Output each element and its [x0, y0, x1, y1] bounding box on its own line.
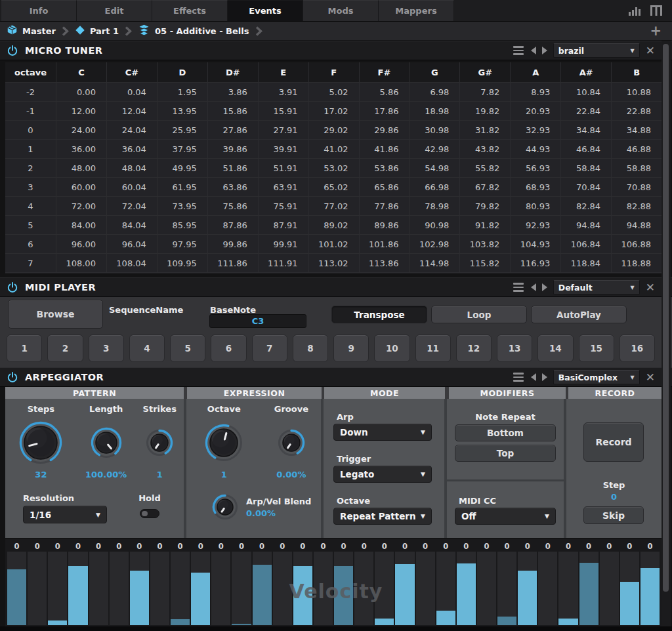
tab-events[interactable]: Events — [228, 0, 303, 21]
tuning-cell[interactable]: 22.84 — [561, 102, 612, 120]
tuning-cell[interactable]: 75.86 — [208, 197, 259, 215]
tuning-cell[interactable]: 44.93 — [511, 140, 561, 158]
scrollbar-track[interactable] — [662, 41, 671, 626]
hold-toggle[interactable] — [140, 509, 159, 518]
tuning-cell[interactable]: 1 — [5, 140, 56, 158]
tuning-cell[interactable]: 41.02 — [309, 140, 360, 158]
tuning-cell[interactable]: 61.95 — [158, 178, 208, 196]
tuning-cell[interactable]: 39.86 — [208, 140, 259, 158]
tuning-cell[interactable]: 99.91 — [259, 235, 309, 253]
resolution-dropdown[interactable]: 1/16 ▼ — [23, 506, 107, 523]
piano-icon[interactable] — [650, 5, 663, 16]
tuning-cell[interactable]: 34.88 — [612, 121, 662, 139]
velocity-slot[interactable] — [354, 552, 373, 625]
tuning-cell[interactable]: 36.04 — [107, 140, 158, 158]
tuning-cell[interactable]: 25.95 — [158, 121, 208, 139]
next-preset-button[interactable] — [542, 47, 547, 54]
velocity-slot[interactable] — [477, 552, 496, 625]
tuning-cell[interactable]: 55.82 — [460, 159, 511, 177]
velocity-bar[interactable] — [620, 582, 639, 625]
tuning-cell[interactable]: 6.98 — [410, 83, 460, 101]
midi-cc-dropdown[interactable]: Off ▼ — [455, 508, 556, 525]
tuning-cell[interactable]: 96.00 — [56, 235, 107, 253]
tuning-cell[interactable]: 97.95 — [158, 235, 208, 253]
velocity-bar[interactable] — [436, 611, 455, 625]
autoplay-button[interactable]: AutoPlay — [531, 306, 627, 323]
tuning-cell[interactable]: 7 — [5, 254, 56, 272]
tuning-cell[interactable]: 3 — [5, 178, 56, 196]
tuning-cell[interactable]: 24.00 — [56, 121, 107, 139]
tuning-cell[interactable]: -1 — [5, 102, 56, 120]
tuning-cell[interactable]: 6 — [5, 235, 56, 253]
velocity-bar[interactable] — [232, 624, 251, 625]
length-knob[interactable] — [91, 416, 122, 470]
tuning-cell[interactable]: 66.98 — [410, 178, 460, 196]
tuning-cell[interactable]: 89.86 — [360, 216, 410, 234]
velocity-slot[interactable] — [110, 552, 129, 625]
tuning-cell[interactable]: 36.00 — [56, 140, 107, 158]
velocity-bar[interactable] — [640, 568, 660, 625]
velocity-bar[interactable] — [130, 571, 149, 625]
velocity-slot[interactable] — [191, 552, 210, 625]
base-note-field[interactable]: C3 — [209, 314, 306, 328]
bottom-button[interactable]: Bottom — [455, 424, 556, 441]
tuning-cell[interactable]: 5.86 — [360, 83, 410, 101]
tuning-cell[interactable]: 10.88 — [612, 83, 662, 101]
tuning-cell[interactable]: 58.84 — [561, 159, 612, 177]
tuning-cell[interactable]: 65.86 — [360, 178, 410, 196]
tuning-cell[interactable]: 108.04 — [107, 254, 158, 272]
tuning-cell[interactable]: 101.86 — [360, 235, 410, 253]
tuning-cell[interactable]: 43.82 — [460, 140, 511, 158]
tuning-cell[interactable]: 31.82 — [460, 121, 511, 139]
add-button[interactable]: + — [650, 22, 662, 40]
tuning-cell[interactable]: 1.95 — [158, 83, 208, 101]
tuning-cell[interactable]: 104.93 — [511, 235, 561, 253]
browse-button[interactable]: Browse — [8, 300, 103, 329]
tuning-cell[interactable]: 94.88 — [612, 216, 662, 234]
menu-icon[interactable] — [512, 371, 525, 383]
velocity-slot[interactable] — [7, 552, 26, 625]
pad-button-15[interactable]: 15 — [579, 335, 614, 362]
tuning-cell[interactable]: 75.91 — [259, 197, 309, 215]
velocity-slot[interactable] — [48, 552, 67, 625]
tuning-cell[interactable]: 7.82 — [460, 83, 511, 101]
tuning-cell[interactable]: 18.98 — [410, 102, 460, 120]
skip-button[interactable]: Skip — [583, 506, 644, 524]
velocity-bar[interactable] — [395, 564, 414, 625]
tuning-cell[interactable]: 2 — [5, 159, 56, 177]
power-icon[interactable] — [7, 281, 18, 293]
tuning-cell[interactable]: 118.88 — [612, 254, 662, 272]
velocity-bar[interactable] — [253, 565, 272, 625]
tuning-cell[interactable]: 24.04 — [107, 121, 158, 139]
tuning-cell[interactable]: 67.82 — [460, 178, 511, 196]
breadcrumb-item-part-1[interactable]: Part 1 — [75, 25, 119, 37]
tuning-cell[interactable]: 19.82 — [460, 102, 511, 120]
transpose-button[interactable]: Transpose — [331, 306, 427, 323]
menu-icon[interactable] — [512, 45, 525, 56]
velocity-slot[interactable] — [273, 552, 292, 625]
pad-button-2[interactable]: 2 — [47, 335, 83, 362]
velocity-slot[interactable] — [579, 552, 598, 625]
tab-effects[interactable]: Effects — [152, 0, 228, 21]
tuning-cell[interactable]: 0.00 — [56, 83, 107, 101]
velocity-slot[interactable] — [314, 552, 333, 625]
tuning-cell[interactable]: 48.00 — [56, 159, 107, 177]
tuning-cell[interactable]: 0 — [5, 121, 56, 139]
tuning-cell[interactable]: 73.95 — [158, 197, 208, 215]
preset-dropdown[interactable]: brazil ▼ — [553, 43, 640, 58]
tuning-cell[interactable]: 84.00 — [56, 216, 107, 234]
velocity-slot[interactable] — [620, 552, 639, 625]
velocity-bar[interactable] — [293, 566, 312, 625]
breadcrumb-item-05-additive-bells[interactable]: 05 - Additive - Bells — [138, 24, 249, 37]
prev-preset-button[interactable] — [531, 47, 536, 54]
velocity-slot[interactable] — [518, 552, 537, 625]
tuning-cell[interactable]: 65.02 — [309, 178, 360, 196]
tuning-cell[interactable]: 116.93 — [511, 254, 561, 272]
tuning-cell[interactable]: 5.02 — [309, 83, 360, 101]
strikes-knob[interactable] — [146, 416, 173, 470]
tuning-cell[interactable]: 12.00 — [56, 102, 107, 120]
tuning-cell[interactable]: 111.86 — [208, 254, 259, 272]
tuning-cell[interactable]: 46.88 — [612, 140, 662, 158]
tuning-cell[interactable]: 54.98 — [410, 159, 460, 177]
tab-mods[interactable]: Mods — [303, 0, 379, 21]
